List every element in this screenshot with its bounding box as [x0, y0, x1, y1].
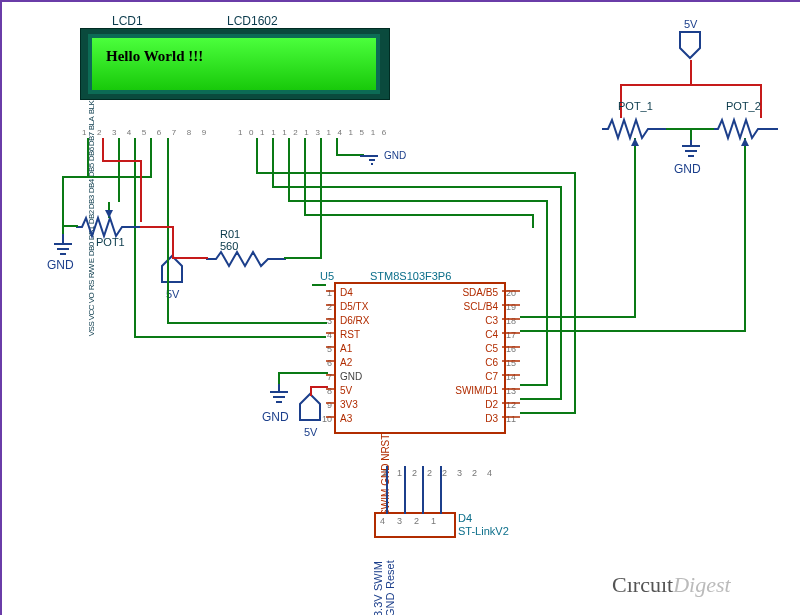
wire [256, 138, 258, 174]
stlink-ref: D4 [458, 512, 472, 524]
v5-label: 5V [304, 426, 317, 438]
wire [574, 172, 576, 414]
v5-label: 5V [684, 18, 697, 30]
lcd-pin-nums: 123456789 [82, 128, 217, 137]
wire [272, 186, 562, 188]
r01-icon [206, 250, 286, 268]
wire [532, 214, 534, 228]
wire [140, 226, 174, 228]
wire [422, 466, 424, 514]
wire [690, 60, 692, 86]
mcu-right-pins: SDA/B5SCL/B4C3C4C5C6C7SWIM/D1D2D3 [442, 286, 498, 426]
wire [440, 466, 442, 514]
wire [134, 260, 136, 338]
mcu-ref: U5 [320, 270, 334, 282]
wire [256, 172, 576, 174]
wire [62, 225, 78, 227]
wire [520, 330, 746, 332]
wire [560, 186, 562, 400]
gnd-label: GND [47, 258, 74, 272]
mcu-ticks-right [502, 288, 522, 430]
pot-b-label: POT_2 [726, 100, 761, 112]
wire [310, 386, 328, 388]
svg-marker-40 [741, 138, 749, 146]
stlink-part: ST-LinkV2 [458, 525, 509, 537]
pot1-label: POT1 [96, 236, 125, 248]
gnd-icon [266, 382, 296, 410]
wire [172, 257, 208, 259]
wire [310, 386, 312, 396]
mcu-part: STM8S103F3P6 [370, 270, 451, 282]
wire [167, 322, 327, 324]
wire [288, 138, 290, 202]
stlink-labels: 3.3V SWIM GND Reset [372, 542, 396, 615]
gnd-label: GND [262, 410, 289, 424]
lcd-part: LCD1602 [227, 14, 278, 28]
wire [87, 138, 89, 178]
svg-marker-38 [631, 138, 639, 146]
wire [102, 160, 142, 162]
wire [520, 398, 562, 400]
pot-a-icon [602, 114, 672, 144]
wire [118, 138, 120, 202]
wire [62, 176, 152, 178]
svg-marker-35 [300, 394, 320, 420]
lcd-ref: LCD1 [112, 14, 143, 28]
wire [167, 138, 169, 248]
wire [520, 316, 636, 318]
pot-b-icon [712, 114, 782, 144]
svg-marker-36 [680, 32, 700, 58]
power-5v-icon [300, 394, 324, 424]
wire [134, 336, 326, 338]
wire [304, 138, 306, 216]
wire [278, 372, 280, 384]
wire [320, 226, 322, 259]
wire [62, 176, 64, 236]
lcd-display-text: Hello World !!! [106, 48, 203, 65]
power-5v-icon [162, 256, 186, 286]
wire [278, 372, 328, 374]
wire [634, 150, 636, 318]
wire [520, 412, 576, 414]
brand-logo: CırcuıtDigest [612, 572, 731, 598]
wire [284, 257, 322, 259]
wire [520, 384, 548, 386]
gnd-label: GND [384, 150, 406, 161]
lcd-pin-nums-2: 10111213141516 [238, 128, 393, 137]
svg-marker-10 [162, 256, 182, 282]
r01-ref: R01 [220, 228, 240, 240]
wire [134, 138, 136, 262]
svg-marker-5 [105, 210, 113, 218]
wire [304, 214, 534, 216]
wire [272, 138, 274, 188]
power-5v-icon [680, 32, 704, 62]
wire [620, 84, 762, 86]
gnd-label: GND [674, 162, 701, 176]
pot-a-label: POT_1 [618, 100, 653, 112]
wire [102, 138, 104, 162]
wire [172, 226, 174, 258]
wire [546, 200, 548, 386]
mcu-bottom-nums: 21222324 [382, 468, 502, 478]
wire [288, 200, 548, 202]
wire [167, 246, 169, 324]
wire [404, 466, 406, 514]
stlink-nums: 4321 [380, 516, 448, 526]
wire [150, 138, 152, 178]
wire [744, 150, 746, 332]
wire [386, 466, 388, 514]
mcu-left-pins: D4D5/TXD6/RXRSTA1A2GND5V3V3A3 [340, 286, 369, 426]
mcu-ticks-left [326, 288, 336, 430]
